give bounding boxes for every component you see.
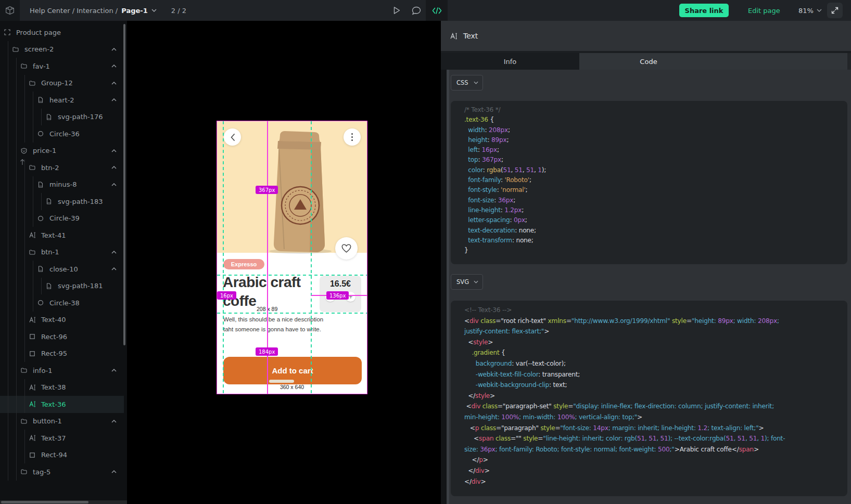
inspector-title: Text — [463, 32, 478, 40]
layer-row-svg-path-181[interactable]: svg-path-181 — [0, 278, 124, 295]
layer-row-Circle-38[interactable]: Circle-38 — [0, 294, 124, 312]
play-button[interactable] — [390, 0, 403, 21]
css-code-block[interactable]: /* Text-36 */.text-36 { width: 208px; he… — [451, 101, 847, 264]
code-line: -webkit-background-clip: text; — [464, 380, 834, 391]
circle-icon — [37, 131, 45, 137]
chevron-up-icon[interactable] — [111, 261, 117, 278]
design-frame[interactable]: Expresso Arabic craft coffe 208 x 89 Wel… — [217, 121, 367, 394]
breadcrumb-path: Help Center / Interaction / — [30, 7, 118, 15]
layer-label: Rect-95 — [41, 350, 67, 357]
layer-row-button-1[interactable]: button-1 — [0, 413, 124, 430]
share-link-button[interactable]: Share link — [679, 4, 729, 17]
layer-label: fav-1 — [33, 62, 50, 70]
layer-label: heart-2 — [49, 96, 74, 104]
layer-row-Text-41[interactable]: Text-41 — [0, 227, 124, 244]
indent-guide — [29, 109, 37, 126]
layer-row-Rect-96[interactable]: Rect-96 — [0, 328, 124, 345]
layer-row-info-1[interactable]: info-1 — [0, 362, 124, 379]
code-view-button[interactable] — [426, 0, 448, 21]
product-title: Arabic craft coffe — [223, 273, 319, 311]
tab-info[interactable]: Info — [441, 53, 579, 70]
inspector-scrollbar[interactable] — [447, 70, 449, 504]
sidebar-scrollbar-vertical[interactable] — [123, 24, 125, 345]
layer-row-Product page[interactable]: Product page — [0, 24, 124, 41]
layer-row-tag-5[interactable]: tag-5 — [0, 463, 124, 481]
app-logo[interactable] — [0, 0, 20, 21]
layer-row-btn-2[interactable]: btn-2 — [0, 159, 124, 176]
back-button[interactable] — [224, 128, 241, 146]
file-icon — [37, 97, 45, 103]
layer-label: Circle-36 — [49, 130, 80, 138]
layer-row-minus-8[interactable]: minus-8 — [0, 176, 124, 193]
chevron-up-icon[interactable] — [111, 176, 117, 193]
code-line: left: 16px; — [464, 145, 834, 155]
sidebar-scrollbar-horizontal[interactable] — [1, 501, 88, 503]
inspector-tabs: Info Code — [441, 53, 851, 70]
layer-row-screen-2[interactable]: screen-2 — [0, 41, 124, 58]
layer-row-svg-path-183[interactable]: svg-path-183 — [0, 193, 124, 210]
chevron-up-icon[interactable] — [111, 143, 117, 160]
guide-horizontal-bottom — [217, 313, 367, 314]
zoom-control[interactable]: 81% — [798, 0, 822, 21]
layer-row-Rect-95[interactable]: Rect-95 — [0, 345, 124, 363]
indent-guide — [12, 362, 21, 379]
code-line: width: 208px; — [464, 125, 834, 135]
code-line: height: 89px; — [464, 135, 834, 145]
chevron-up-icon[interactable] — [111, 58, 117, 75]
menu-button[interactable] — [344, 128, 361, 146]
canvas[interactable]: Expresso Arabic craft coffe 208 x 89 Wel… — [127, 21, 441, 504]
indent-guide — [29, 261, 37, 278]
css-format-select[interactable]: CSS — [451, 75, 483, 91]
logo-icon — [4, 5, 16, 16]
chevron-down-icon[interactable] — [151, 9, 157, 12]
layer-row-heart-2[interactable]: heart-2 — [0, 92, 124, 109]
favorite-button[interactable] — [335, 237, 358, 260]
svg-format-select[interactable]: SVG — [451, 274, 483, 290]
chevron-up-icon[interactable] — [111, 92, 117, 109]
rect-icon — [29, 351, 37, 357]
layer-row-btn-1[interactable]: btn-1 — [0, 244, 124, 261]
fullscreen-button[interactable] — [827, 3, 843, 18]
text-icon — [29, 401, 37, 407]
home-indicator — [269, 380, 294, 383]
layer-row-fav-1[interactable]: fav-1 — [0, 58, 124, 75]
chevron-up-icon[interactable] — [111, 463, 117, 481]
measure-badge-top: 367px — [256, 186, 278, 194]
svg-code-block[interactable]: <!-- Text-36 --><div class="root rich-te… — [451, 301, 847, 496]
layer-label: close-10 — [49, 265, 78, 273]
indent-guide — [21, 294, 29, 312]
code-line: font-family: 'Roboto'; — [464, 175, 834, 185]
measure-badge-right: 136px — [326, 291, 349, 300]
layer-row-Rect-94[interactable]: Rect-94 — [0, 447, 124, 464]
price-label: 16.5€ — [320, 279, 361, 289]
code-line: font-size: 36px; — [464, 196, 834, 205]
chevron-up-icon[interactable] — [111, 41, 117, 58]
tab-code[interactable]: Code — [579, 53, 718, 70]
layer-row-Text-37[interactable]: Text-37 — [0, 430, 124, 447]
layer-row-Text-36[interactable]: Text-36 — [0, 396, 124, 413]
indent-guide — [12, 379, 21, 396]
code-line: font-style: 'normal'; — [464, 185, 834, 195]
chevron-up-icon[interactable] — [111, 413, 117, 430]
chevron-up-icon[interactable] — [111, 362, 117, 379]
layer-row-price-1[interactable]: price-1 — [0, 143, 124, 160]
comments-button[interactable] — [410, 0, 423, 21]
layer-row-svg-path-176[interactable]: svg-path-176 — [0, 109, 124, 126]
chevron-up-icon[interactable] — [111, 75, 117, 92]
indent-guide — [12, 447, 21, 464]
page-counter: 2 / 2 — [171, 7, 186, 15]
layer-row-Circle-36[interactable]: Circle-36 — [0, 125, 124, 143]
edit-page-link[interactable]: Edit page — [748, 0, 780, 21]
chevron-up-icon[interactable] — [111, 244, 117, 261]
chevron-up-icon[interactable] — [111, 159, 117, 176]
indent-guide — [12, 125, 21, 143]
layer-row-Text-40[interactable]: Text-40 — [0, 312, 124, 329]
layer-row-Group-12[interactable]: Group-12 — [0, 75, 124, 92]
layer-row-Text-38[interactable]: Text-38 — [0, 379, 124, 396]
folder-icon — [21, 63, 29, 69]
indent-guide — [12, 176, 21, 193]
breadcrumb[interactable]: Help Center / Interaction / Page-1 — [30, 7, 157, 15]
code-line: </div> — [464, 466, 834, 476]
layer-row-close-10[interactable]: close-10 — [0, 261, 124, 278]
layer-row-Circle-39[interactable]: Circle-39 — [0, 210, 124, 227]
